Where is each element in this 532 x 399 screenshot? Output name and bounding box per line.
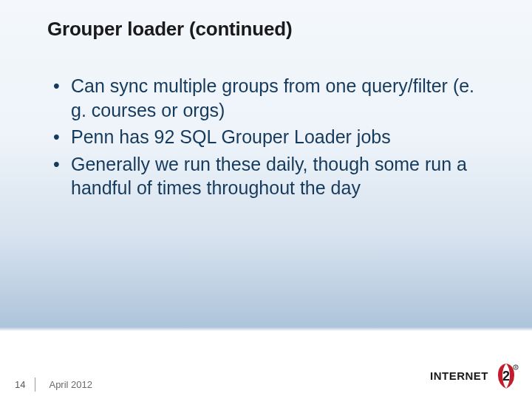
page-number: 14	[15, 379, 35, 390]
internet2-logo-icon: INTERNET 2 R	[430, 359, 519, 393]
bullet-list: Can sync multiple groups from one query/…	[47, 74, 488, 200]
slide-footer: 14 April 2012	[15, 379, 92, 390]
slide-title: Grouper loader (continued)	[47, 18, 292, 41]
list-item: Penn has 92 SQL Grouper Loader jobs	[68, 125, 488, 149]
svg-text:INTERNET: INTERNET	[430, 369, 488, 382]
footer-date: April 2012	[49, 379, 92, 390]
slide-body: Can sync multiple groups from one query/…	[47, 74, 488, 203]
list-item: Can sync multiple groups from one query/…	[68, 74, 488, 122]
svg-text:2: 2	[502, 369, 510, 383]
list-item: Generally we run these daily, though som…	[68, 152, 488, 200]
presentation-slide: Grouper loader (continued) Can sync mult…	[0, 0, 532, 399]
